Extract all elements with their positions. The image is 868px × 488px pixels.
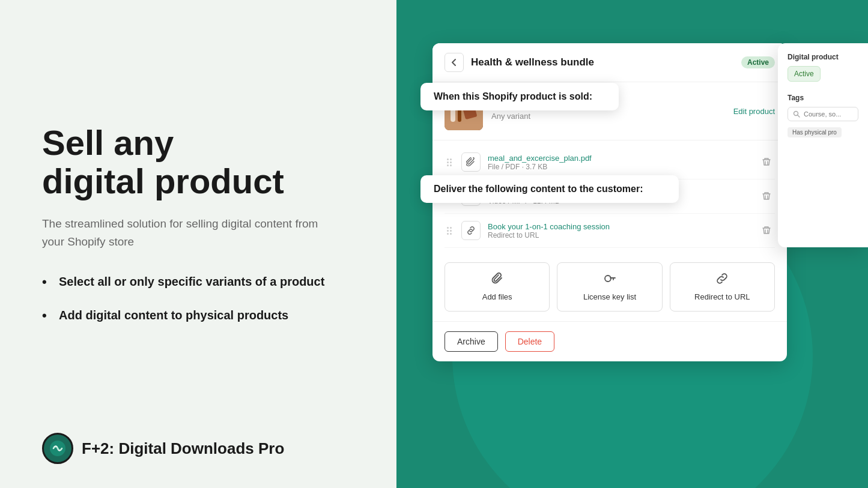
sidebar-active-value: Active [788,66,821,82]
right-sidebar: Digital product Active Tags Has physical… [778,43,868,247]
redirect-url-button[interactable]: Redirect to URL [670,262,775,312]
file-link-icon-3 [461,221,481,240]
archive-button[interactable]: Archive [445,331,498,352]
link-icon-3 [466,226,476,235]
active-badge: Active [741,56,775,68]
tags-label: Tags [788,94,858,102]
content-meta-1: File / PDF · 3.7 KB [488,163,751,171]
redirect-url-icon [716,273,728,288]
logo-area: F+2: Digital Downloads Pro [42,433,284,464]
card-header: Health & wellness bundle Active [432,43,787,82]
right-panel: Health & wellness bundle Active [396,0,868,488]
trash-icon-1 [762,157,771,167]
deliver-bubble: Deliver the following content to the cus… [420,175,679,203]
left-panel: Sell any digital product The streamlined… [0,0,396,488]
bullet-item-1: Select all or only specific variants of … [42,273,360,290]
drag-handle-1[interactable] [445,156,454,169]
delete-item-2[interactable] [758,188,775,205]
redirect-url-label: Redirect to URL [694,292,750,301]
trash-icon-3 [762,226,771,235]
paperclip-add-icon [491,273,503,285]
delete-item-3[interactable] [758,222,775,239]
tags-search-container [788,107,858,121]
content-name-3: Book your 1-on-1 coaching session [488,222,751,231]
product-variant: Any variant [491,112,725,121]
deliver-text: Deliver the following content to the cus… [434,184,643,194]
when-sold-text: When this Shopify product is sold: [434,91,592,101]
license-key-icon [604,273,616,288]
card-footer: Archive Delete [432,321,787,361]
logo-svg [49,439,67,457]
content-info-1: meal_and_excercise_plan.pdf File / PDF ·… [488,154,751,171]
delete-item-1[interactable] [758,154,775,170]
content-item-1: meal_and_excercise_plan.pdf File / PDF ·… [445,145,775,179]
when-sold-bubble: When this Shopify product is sold: [420,83,619,110]
key-icon [604,273,616,285]
license-key-button[interactable]: License key list [557,262,662,312]
logo-text: F+2: Digital Downloads Pro [82,439,284,458]
add-files-icon [491,273,503,288]
paperclip-icon-1 [466,157,476,167]
bullet-item-2: Add digital content to physical products [42,307,360,324]
search-icon [793,110,800,118]
bullet-list: Select all or only specific variants of … [42,273,360,340]
edit-product-link[interactable]: Edit product [733,107,775,116]
file-link-icon-1 [461,152,481,172]
sub-text: The streamlined solution for selling dig… [42,215,330,252]
tags-search-input[interactable] [804,110,852,118]
svg-point-6 [605,276,611,282]
digital-product-label: Digital product [788,53,858,61]
content-meta-3: Redirect to URL [488,231,751,239]
license-key-label: License key list [583,292,636,301]
trash-icon-2 [762,191,771,201]
add-buttons-row: Add files License key list [432,253,787,321]
drag-handle-3[interactable] [445,224,454,237]
delete-button[interactable]: Delete [505,331,554,352]
back-arrow-icon [450,58,458,67]
content-item-3: Book your 1-on-1 coaching session Redire… [445,214,775,248]
card-title: Health & wellness bundle [471,56,734,68]
add-files-button[interactable]: Add files [445,262,550,312]
svg-point-7 [794,112,798,116]
content-name-1: meal_and_excercise_plan.pdf [488,154,751,163]
main-heading: Sell any digital product [42,124,360,200]
has-physical-tag: Has physical pro [788,127,842,137]
add-files-label: Add files [482,292,512,301]
content-info-3: Book your 1-on-1 coaching session Redire… [488,222,751,239]
logo-icon [42,433,73,464]
link-add-icon [716,273,728,285]
back-button[interactable] [445,53,464,72]
